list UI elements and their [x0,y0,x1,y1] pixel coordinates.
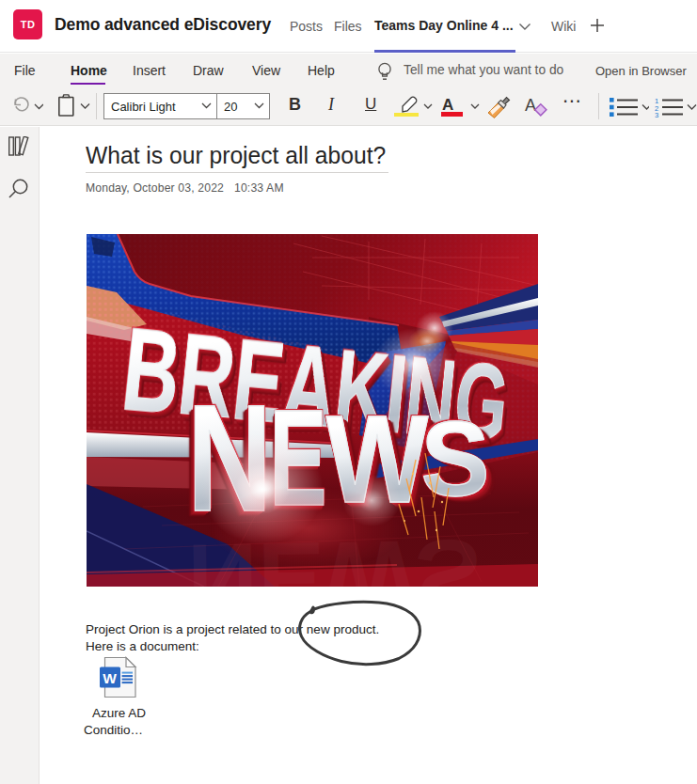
svg-text:W: W [103,670,117,686]
svg-text:A: A [442,96,453,114]
svg-text:A: A [525,96,536,115]
svg-text:3: 3 [655,111,658,118]
